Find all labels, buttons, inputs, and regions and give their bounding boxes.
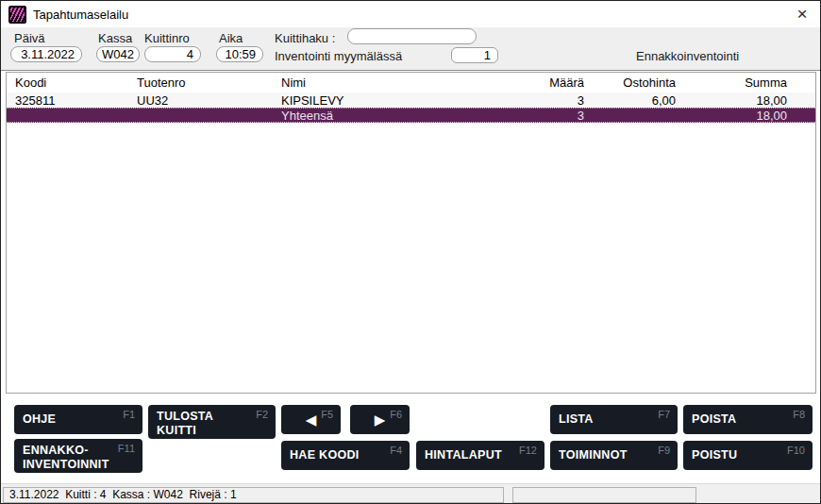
col-header-summa: Summa [676,76,815,90]
cell-summa: 18,00 [676,93,815,108]
receipt-search-label: Kuittihaku : [275,31,335,45]
pre-inventories-button[interactable]: ENNAKKO- INVENTOINNIT F11 [14,439,142,473]
table-row[interactable]: 325811 UU32 KIPSILEVY 3 6,00 18,00 [7,92,815,108]
list-button[interactable]: LISTA F7 [550,405,678,434]
status-panel-empty [512,487,696,503]
close-icon[interactable]: × [790,3,814,25]
receipt-no-field[interactable]: 4 [144,46,201,62]
cell-koodi: 325811 [7,93,128,108]
titlebar: Tapahtumaselailu × [1,1,820,27]
inventory-in-store-label: Inventointi myymälässä [275,49,402,63]
cell-ostohinta: 6,00 [584,93,676,108]
cell-maara: 3 [499,93,584,108]
table-row-total-selected[interactable]: Yhteensä 3 18,00 [7,108,815,123]
fkey-badge: F12 [519,445,537,456]
transaction-table: Koodi Tuotenro Nimi Määrä Ostohinta Summ… [6,72,816,394]
col-header-tuotenro: Tuotenro [128,76,273,90]
cell-maara: 3 [499,109,584,123]
next-receipt-button[interactable]: ▶ F6 [350,405,410,434]
exit-button[interactable]: POISTU F10 [683,441,813,470]
fetch-code-button[interactable]: HAE KOODI F4 [281,441,410,470]
fkey-badge: F8 [793,409,805,420]
actions-button[interactable]: TOIMINNOT F9 [550,441,678,470]
col-header-nimi: Nimi [273,76,499,90]
help-button[interactable]: OHJE F1 [14,405,142,434]
cell-nimi: KIPSILEVY [273,93,499,108]
function-button-panel: OHJE F1 TULOSTA KUITTI F2 ◀ F5 ▶ F6 LIST… [1,395,820,483]
receipt-search-input[interactable] [347,28,477,44]
col-header-koodi: Koodi [7,76,128,90]
pre-inventory-label: Ennakkoinventointi [636,49,739,63]
col-header-maara: Määrä [499,76,584,90]
fkey-badge: F6 [390,409,402,420]
previous-receipt-button[interactable]: ◀ F5 [281,405,341,434]
fkey-badge: F1 [123,409,135,420]
register-field[interactable]: W042 [96,46,140,62]
transaction-browse-window: Tapahtumaselailu × Päivä Kassa Kuittinro… [0,0,821,504]
delete-button[interactable]: POISTA F8 [683,405,813,434]
cell-tuotenro: UU32 [128,93,273,108]
print-receipt-button[interactable]: TULOSTA KUITTI F2 [148,405,276,439]
fkey-badge: F4 [390,445,402,456]
window-title: Tapahtumaselailu [33,8,128,22]
price-labels-button[interactable]: HINTALAPUT F12 [416,441,545,470]
receipt-no-label: Kuittinro [144,31,190,45]
cell-nimi: Yhteensä [273,109,499,123]
table-header-row: Koodi Tuotenro Nimi Määrä Ostohinta Summ… [7,73,815,92]
date-field[interactable]: 3.11.2022 [10,46,82,62]
register-label: Kassa [98,31,132,45]
inventory-in-store-field[interactable]: 1 [451,47,498,63]
time-label: Aika [219,31,243,45]
fkey-badge: F11 [118,443,135,454]
fkey-badge: F2 [256,409,268,420]
time-field[interactable]: 10:59 [216,46,263,62]
cell-summa: 18,00 [676,109,815,123]
status-summary: 3.11.2022 Kuitti : 4 Kassa : W042 Rivejä… [3,487,504,503]
col-header-ostohinta: Ostohinta [584,76,676,90]
fkey-badge: F5 [321,409,333,420]
fkey-badge: F9 [658,445,670,456]
fkey-badge: F7 [658,409,670,420]
fkey-badge: F10 [787,445,805,456]
date-label: Päivä [14,31,45,45]
app-logo-icon [8,6,26,24]
header-form: Päivä Kassa Kuittinro Aika Kuittihaku : … [1,27,820,71]
statusbar: 3.11.2022 Kuitti : 4 Kassa : W042 Rivejä… [1,483,820,504]
